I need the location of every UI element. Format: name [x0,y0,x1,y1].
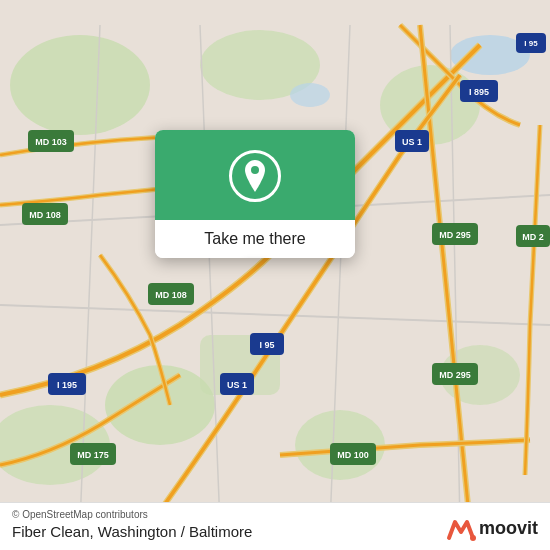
map-container: I 95 I 895 US 1 US 1 MD 103 MD 108 MD 10… [0,0,550,550]
svg-point-4 [105,365,215,445]
svg-text:I 895: I 895 [469,87,489,97]
svg-text:I 195: I 195 [57,380,77,390]
bottom-bar: © OpenStreetMap contributors Fiber Clean… [0,502,550,550]
svg-text:MD 103: MD 103 [35,137,67,147]
svg-point-10 [290,83,330,107]
svg-text:MD 175: MD 175 [77,450,109,460]
map-background: I 95 I 895 US 1 US 1 MD 103 MD 108 MD 10… [0,0,550,550]
svg-text:MD 2: MD 2 [522,232,544,242]
moovit-logo: moovit [445,514,538,542]
popup-card: Take me there [155,130,355,258]
svg-text:US 1: US 1 [227,380,247,390]
svg-text:MD 100: MD 100 [337,450,369,460]
popup-button-area[interactable]: Take me there [155,220,355,258]
popup-icon-area [155,130,355,220]
svg-text:I 95: I 95 [259,340,274,350]
take-me-there-button[interactable]: Take me there [204,230,305,247]
svg-point-45 [251,166,259,174]
svg-text:MD 295: MD 295 [439,230,471,240]
svg-text:MD 108: MD 108 [29,210,61,220]
moovit-text: moovit [479,518,538,539]
svg-point-46 [470,535,476,541]
moovit-logo-icon [445,514,477,542]
svg-text:US 1: US 1 [402,137,422,147]
svg-text:MD 295: MD 295 [439,370,471,380]
svg-text:MD 108: MD 108 [155,290,187,300]
svg-text:I 95: I 95 [524,39,538,48]
location-pin-icon [241,160,269,192]
svg-point-1 [10,35,150,135]
location-icon-circle [229,150,281,202]
